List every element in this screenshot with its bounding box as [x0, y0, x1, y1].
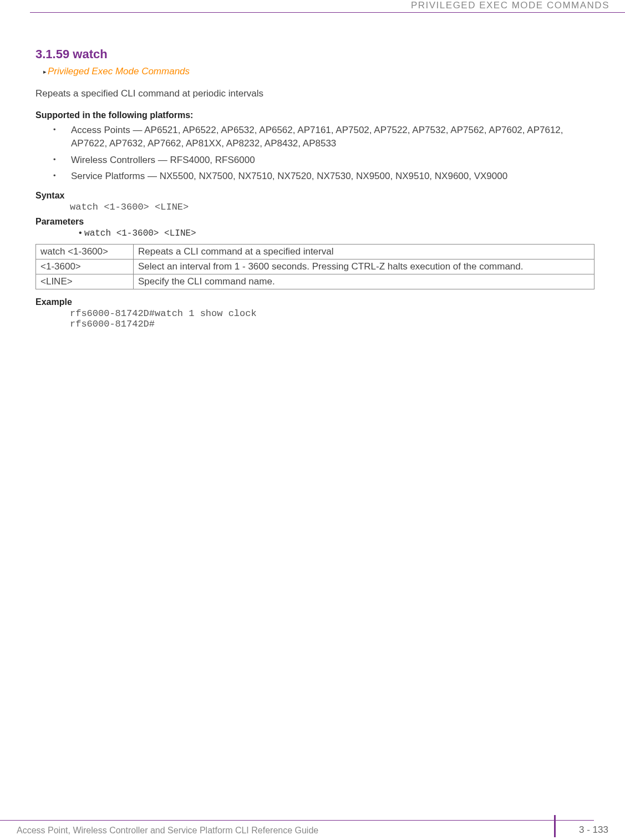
header-rule	[30, 12, 625, 13]
content-area: 3.1.59 watch Privileged Exec Mode Comman…	[35, 47, 594, 334]
param-desc-cell: Select an interval from 1 - 3600 seconds…	[134, 259, 594, 274]
param-desc-cell: Repeats a CLI command at a specified int…	[134, 245, 594, 259]
platforms-heading: Supported in the following platforms:	[35, 110, 594, 120]
intro-text: Repeats a specified CLI command at perio…	[35, 88, 594, 99]
parameters-bullet: watch <1-3600> <LINE>	[79, 228, 594, 238]
param-desc-cell: Specify the CLI command name.	[134, 274, 594, 289]
footer-rule	[0, 820, 594, 821]
parameters-heading: Parameters	[35, 217, 594, 227]
example-heading: Example	[35, 297, 594, 307]
list-item: Wireless Controllers — RFS4000, RFS6000	[35, 154, 594, 167]
example-code: rfs6000-81742D#watch 1 show clock rfs600…	[70, 308, 594, 329]
section-title: 3.1.59 watch	[35, 47, 594, 62]
param-name-cell: <1-3600>	[36, 259, 134, 274]
list-item: Service Platforms — NX5500, NX7500, NX75…	[35, 170, 594, 183]
page-accent	[554, 815, 556, 837]
page-number: 3 - 133	[579, 818, 608, 836]
syntax-code: watch <1-3600> <LINE>	[70, 202, 594, 212]
table-row: watch <1-3600> Repeats a CLI command at …	[36, 245, 594, 259]
header-title: PRIVILEGED EXEC MODE COMMANDS	[411, 0, 609, 11]
table-row: <LINE> Specify the CLI command name.	[36, 274, 594, 289]
parameters-table: watch <1-3600> Repeats a CLI command at …	[35, 244, 594, 289]
syntax-heading: Syntax	[35, 191, 594, 201]
list-item: Access Points — AP6521, AP6522, AP6532, …	[35, 124, 594, 150]
breadcrumb: Privileged Exec Mode Commands	[43, 66, 594, 77]
platforms-list: Access Points — AP6521, AP6522, AP6532, …	[35, 124, 594, 183]
page-number-box: 3 - 133	[554, 818, 608, 836]
param-name-cell: <LINE>	[36, 274, 134, 289]
table-row: <1-3600> Select an interval from 1 - 360…	[36, 259, 594, 274]
footer-text: Access Point, Wireless Controller and Se…	[17, 826, 318, 836]
param-name-cell: watch <1-3600>	[36, 245, 134, 259]
